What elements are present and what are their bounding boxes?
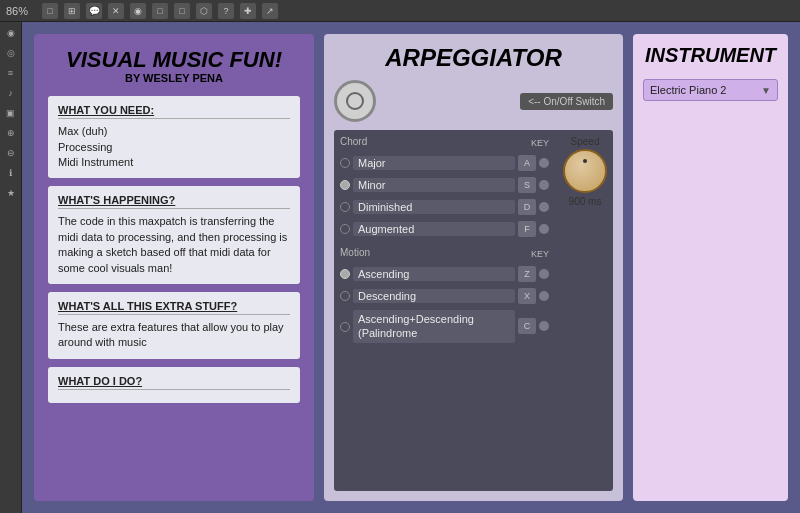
instrument-select-value: Electric Piano 2 bbox=[650, 84, 726, 96]
toolbar-icon-10[interactable]: ✚ bbox=[240, 3, 256, 19]
whats-happening-text: The code in this maxpatch is transferrin… bbox=[58, 214, 290, 276]
select-dropdown-icon: ▼ bbox=[761, 85, 771, 96]
arp-body: Chord KEY Major A bbox=[340, 136, 607, 347]
sidebar-icon-4[interactable]: ♪ bbox=[4, 86, 18, 100]
main-area: ◉ ◎ ≡ ♪ ▣ ⊕ ⊖ ℹ ★ VISUAL MUSIC FUN! BY W… bbox=[0, 22, 800, 513]
knob-dot bbox=[583, 159, 587, 163]
toolbar: 86% □ ⊞ 💬 ✕ ◉ □ □ ⬡ ? ✚ ↗ bbox=[0, 0, 800, 22]
panel-subtitle: BY WESLEY PENA bbox=[48, 72, 300, 84]
sidebar-icon-1[interactable]: ◉ bbox=[4, 26, 18, 40]
toolbar-icon-3[interactable]: 💬 bbox=[86, 3, 102, 19]
extra-stuff-section: WHAT'S ALL THIS EXTRA STUFF? These are e… bbox=[48, 292, 300, 359]
motion-radio-descending[interactable] bbox=[340, 291, 350, 301]
chord-label-diminished[interactable]: Diminished bbox=[353, 200, 515, 214]
what-you-need-text: Max (duh)ProcessingMidi Instrument bbox=[58, 124, 290, 170]
motion-row-ascending: Ascending Z bbox=[340, 264, 549, 284]
motion-dot-ascending[interactable] bbox=[539, 269, 549, 279]
whats-happening-title: WHAT'S HAPPENING? bbox=[58, 194, 290, 209]
chord-row-diminished: Diminished D bbox=[340, 197, 549, 217]
sidebar-icon-8[interactable]: ℹ bbox=[4, 166, 18, 180]
motion-row-descending: Descending X bbox=[340, 286, 549, 306]
toolbar-icon-4[interactable]: ✕ bbox=[108, 3, 124, 19]
motion-radio-ascending[interactable] bbox=[340, 269, 350, 279]
svg-point-0 bbox=[347, 93, 363, 109]
motion-key-palindrome[interactable]: C bbox=[518, 318, 536, 334]
chord-dot-augmented[interactable] bbox=[539, 224, 549, 234]
instrument-select[interactable]: Electric Piano 2 ▼ bbox=[643, 79, 778, 101]
motion-section: Motion KEY Ascending Z bbox=[340, 247, 549, 345]
motion-key-ascending[interactable]: Z bbox=[518, 266, 536, 282]
motion-radio-palindrome[interactable] bbox=[340, 322, 350, 332]
chord-row-minor: Minor S bbox=[340, 175, 549, 195]
motion-header: Motion bbox=[340, 247, 370, 258]
on-off-label[interactable]: <-- On/Off Switch bbox=[520, 93, 613, 110]
what-you-need-section: WHAT YOU NEED: Max (duh)ProcessingMidi I… bbox=[48, 96, 300, 178]
arpeggiator-panel: ARPEGGIATOR <-- On/Off Switch Chord bbox=[324, 34, 623, 501]
arpeggiator-title: ARPEGGIATOR bbox=[334, 44, 613, 72]
chord-motion-area: Chord KEY Major A bbox=[340, 136, 549, 347]
chord-radio-minor[interactable] bbox=[340, 180, 350, 190]
arp-top-row: <-- On/Off Switch bbox=[334, 80, 613, 122]
toolbar-icon-2[interactable]: ⊞ bbox=[64, 3, 80, 19]
chord-dot-major[interactable] bbox=[539, 158, 549, 168]
sidebar-icon-5[interactable]: ▣ bbox=[4, 106, 18, 120]
motion-row-palindrome: Ascending+Descending(Palindrome C bbox=[340, 308, 549, 345]
motion-key-header: KEY bbox=[531, 249, 549, 259]
chord-label-major[interactable]: Major bbox=[353, 156, 515, 170]
speed-ms-value: 900 ms bbox=[569, 196, 602, 207]
instrument-panel: INSTRUMENT Electric Piano 2 ▼ bbox=[633, 34, 788, 501]
sidebar: ◉ ◎ ≡ ♪ ▣ ⊕ ⊖ ℹ ★ bbox=[0, 22, 22, 513]
zoom-level: 86% bbox=[6, 5, 28, 17]
toolbar-icon-5[interactable]: ◉ bbox=[130, 3, 146, 19]
toolbar-icon-1[interactable]: □ bbox=[42, 3, 58, 19]
sidebar-icon-2[interactable]: ◎ bbox=[4, 46, 18, 60]
chord-label-minor[interactable]: Minor bbox=[353, 178, 515, 192]
sidebar-icon-6[interactable]: ⊕ bbox=[4, 126, 18, 140]
motion-label-ascending[interactable]: Ascending bbox=[353, 267, 515, 281]
sidebar-icon-7[interactable]: ⊖ bbox=[4, 146, 18, 160]
motion-dot-palindrome[interactable] bbox=[539, 321, 549, 331]
chord-row-augmented: Augmented F bbox=[340, 219, 549, 239]
on-off-toggle[interactable] bbox=[334, 80, 376, 122]
extra-stuff-title: WHAT'S ALL THIS EXTRA STUFF? bbox=[58, 300, 290, 315]
chord-dot-diminished[interactable] bbox=[539, 202, 549, 212]
speed-knob[interactable] bbox=[563, 149, 607, 193]
knob-outer[interactable] bbox=[563, 149, 607, 193]
toolbar-icon-11[interactable]: ↗ bbox=[262, 3, 278, 19]
motion-dot-descending[interactable] bbox=[539, 291, 549, 301]
chord-dot-minor[interactable] bbox=[539, 180, 549, 190]
what-you-need-title: WHAT YOU NEED: bbox=[58, 104, 290, 119]
chord-key-augmented[interactable]: F bbox=[518, 221, 536, 237]
chord-radio-major[interactable] bbox=[340, 158, 350, 168]
chord-key-header: KEY bbox=[531, 138, 549, 148]
whats-happening-section: WHAT'S HAPPENING? The code in this maxpa… bbox=[48, 186, 300, 284]
arp-table: Chord KEY Major A bbox=[334, 130, 613, 491]
motion-key-descending[interactable]: X bbox=[518, 288, 536, 304]
toolbar-icon-7[interactable]: □ bbox=[174, 3, 190, 19]
chord-key-diminished[interactable]: D bbox=[518, 199, 536, 215]
instrument-title: INSTRUMENT bbox=[643, 44, 778, 67]
motion-label-descending[interactable]: Descending bbox=[353, 289, 515, 303]
sidebar-icon-9[interactable]: ★ bbox=[4, 186, 18, 200]
chord-label-augmented[interactable]: Augmented bbox=[353, 222, 515, 236]
panel-title: VISUAL MUSIC FUN! bbox=[48, 48, 300, 72]
toolbar-icon-6[interactable]: □ bbox=[152, 3, 168, 19]
content-area: VISUAL MUSIC FUN! BY WESLEY PENA WHAT YO… bbox=[22, 22, 800, 513]
chord-radio-augmented[interactable] bbox=[340, 224, 350, 234]
speed-area: Speed 900 ms bbox=[563, 136, 607, 347]
extra-stuff-text: These are extra features that allow you … bbox=[58, 320, 290, 351]
chord-radio-diminished[interactable] bbox=[340, 202, 350, 212]
what-do-section: WHAT DO I DO? bbox=[48, 367, 300, 403]
chord-key-minor[interactable]: S bbox=[518, 177, 536, 193]
motion-label-palindrome[interactable]: Ascending+Descending(Palindrome bbox=[353, 310, 515, 343]
left-panel: VISUAL MUSIC FUN! BY WESLEY PENA WHAT YO… bbox=[34, 34, 314, 501]
chord-section: Chord KEY Major A bbox=[340, 136, 549, 239]
chord-header: Chord bbox=[340, 136, 367, 147]
chord-key-major[interactable]: A bbox=[518, 155, 536, 171]
what-do-title: WHAT DO I DO? bbox=[58, 375, 290, 390]
chord-row-major: Major A bbox=[340, 153, 549, 173]
toolbar-icon-8[interactable]: ⬡ bbox=[196, 3, 212, 19]
sidebar-icon-3[interactable]: ≡ bbox=[4, 66, 18, 80]
toolbar-icon-9[interactable]: ? bbox=[218, 3, 234, 19]
speed-label: Speed bbox=[571, 136, 600, 147]
